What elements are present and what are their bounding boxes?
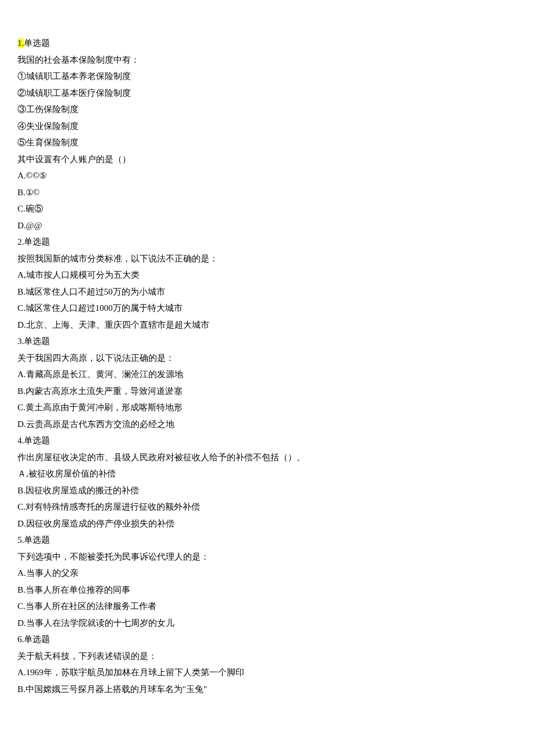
- question-option: A.青藏高原是长江、黄河、澜沧江的发源地: [17, 366, 518, 383]
- question-option: B.城区常住人口不超过50万的为小城市: [17, 284, 518, 300]
- question-number: 6.: [17, 635, 24, 644]
- question-type: 单选题: [24, 535, 50, 544]
- question-option: C.对有特殊情感寄托的房屋进行征收的额外补偿: [17, 499, 518, 515]
- question-number: 2.: [17, 237, 24, 246]
- question-option: B.①©: [17, 184, 518, 201]
- question-option: D.因征收房屋造成的停产停业损失的补偿: [17, 515, 518, 532]
- question-stem-line: 下列选项中，不能被委托为民事诉讼代理人的是：: [17, 549, 518, 565]
- question-option: D.云贵高原是古代东西方交流的必经之地: [17, 416, 518, 433]
- question-option: C.碗⑤: [17, 200, 518, 217]
- question-option: D.北京、上海、天津、重庆四个直辖市是超大城市: [17, 317, 518, 334]
- question-header: 4.单选题: [17, 432, 518, 449]
- question-option: C.当事人所在社区的法律服务工作者: [17, 598, 518, 615]
- question-option: A.当事人的父亲: [17, 565, 518, 582]
- question-option: A.1969年，苏联宇航员加加林在月球上留下人类第一个脚印: [17, 664, 518, 681]
- question-header: 6.单选题: [17, 631, 518, 648]
- question-header: 3.单选题: [17, 333, 518, 350]
- question-header: 1.单选题: [17, 35, 518, 52]
- question-number: 4.: [17, 436, 24, 445]
- question-option: B.当事人所在单位推荐的同事: [17, 582, 518, 599]
- question-type: 单选题: [24, 436, 50, 445]
- question-stem-line: 作出房屋征收决定的市、县级人民政府对被征收人给予的补偿不包括（）。: [17, 449, 518, 466]
- question-header: 2.单选题: [17, 234, 518, 250]
- question-option: C.黄土高原由于黄河冲刷，形成喀斯特地形: [17, 399, 518, 416]
- question-stem-line: ⑤生育保险制度: [17, 134, 518, 151]
- question-stem-line: 我国的社会基本保险制度中有：: [17, 52, 518, 69]
- question-option: B.因征收房屋造成的搬迁的补偿: [17, 482, 518, 499]
- question-option: D.当事人在法学院就读的十七周岁的女儿: [17, 615, 518, 632]
- question-number: 3.: [17, 336, 24, 346]
- question-option: A,城市按人口规模可分为五大类: [17, 267, 518, 284]
- question-stem-line: ④失业保险制度: [17, 118, 518, 135]
- question-option: B.中国嫦娥三号探月器上搭载的月球车名为"玉兔": [17, 681, 518, 698]
- question-stem-line: ②城镇职工基本医疗保险制度: [17, 85, 518, 102]
- question-number: 1.: [17, 38, 24, 48]
- question-header: 5.单选题: [17, 532, 518, 549]
- question-stem-line: 关于我国四大高原，以下说法正确的是：: [17, 350, 518, 367]
- question-option: D.@@: [17, 217, 518, 234]
- question-type: 单选题: [24, 635, 50, 644]
- question-option: Ａ,被征收房屋价值的补偿: [17, 465, 518, 482]
- question-stem-line: 关于航天科技，下列表述错误的是：: [17, 648, 518, 665]
- question-type: 单选题: [24, 336, 50, 346]
- document-body: 1.单选题我国的社会基本保险制度中有：①城镇职工基本养老保险制度②城镇职工基本医…: [17, 35, 518, 697]
- question-stem-line: 其中设置有个人账户的是（）: [17, 151, 518, 168]
- question-stem-line: ③工伤保险制度: [17, 101, 518, 118]
- question-stem-line: ①城镇职工基本养老保险制度: [17, 68, 518, 85]
- question-type: 单选题: [24, 38, 50, 48]
- question-option: B.内蒙古高原水土流失严重，导致河道淤塞: [17, 383, 518, 400]
- question-type: 单选题: [24, 237, 50, 246]
- question-option: C.城区常住人口超过1000万的属于特大城市: [17, 300, 518, 317]
- question-stem-line: 按照我国新的城市分类标准，以下说法不正确的是：: [17, 250, 518, 267]
- question-number: 5.: [17, 535, 24, 544]
- question-option: A.©©⑤: [17, 167, 518, 184]
